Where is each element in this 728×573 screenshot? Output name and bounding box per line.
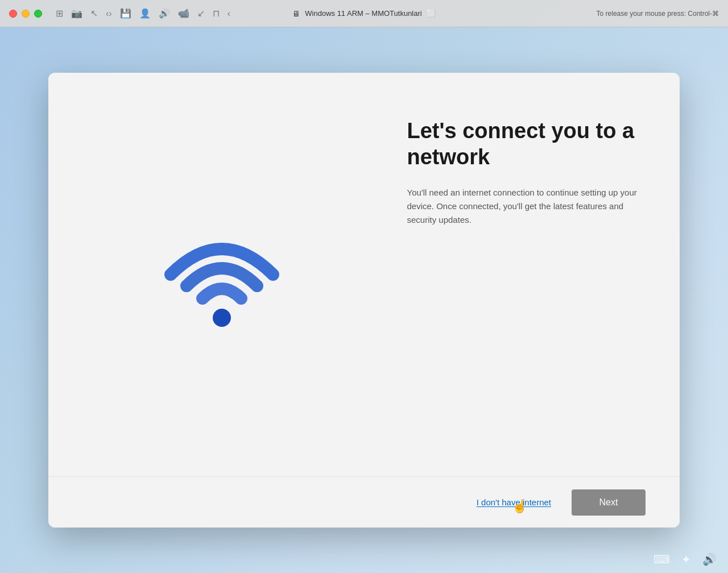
setup-window: Let's connect you to a network You'll ne… [48, 73, 680, 528]
vm-icon: 🖥 [292, 9, 300, 18]
setup-right-panel: Let's connect you to a network You'll ne… [396, 73, 680, 476]
screen-icon[interactable]: ↙ [197, 8, 205, 19]
wifi-illustration [159, 212, 284, 337]
setup-main: Let's connect you to a network You'll ne… [48, 73, 680, 476]
pointer-icon[interactable]: ↖ [90, 8, 98, 19]
mac-bottom-bar: ⌨ ✦ 🔊 [637, 546, 728, 573]
keyboard-icon[interactable]: ⌨ [653, 553, 670, 566]
toolbar-icons: ⊞ 📷 ↖ ‹› 💾 👤 🔊 📹 ↙ ⊓ ‹ [56, 8, 230, 19]
camera-icon[interactable]: 📹 [178, 8, 189, 19]
next-button[interactable]: Next [572, 489, 646, 516]
back-icon[interactable]: ‹ [228, 9, 230, 19]
maximize-button[interactable] [34, 10, 42, 18]
usb-icon[interactable]: ⊓ [213, 8, 220, 19]
no-internet-button[interactable]: I don't have internet [468, 492, 560, 513]
bookmark-icon[interactable]: ✦ [681, 553, 691, 566]
volume-bottom-icon[interactable]: 🔊 [702, 553, 717, 566]
audio-icon[interactable]: 🔊 [159, 8, 170, 19]
content-area: Let's connect you to a network You'll ne… [0, 27, 728, 573]
person-icon[interactable]: 👤 [139, 8, 151, 19]
code-icon[interactable]: ‹› [106, 9, 112, 19]
page-title: Let's connect you to a network [407, 118, 646, 170]
svg-point-0 [213, 309, 231, 327]
close-button[interactable] [9, 10, 17, 18]
setup-footer: I don't have internet Next [48, 476, 680, 528]
window-title: Windows 11 ARM – MMOTutkunlari [305, 9, 421, 18]
titlebar-hint: To release your mouse press: Control-⌘ [597, 10, 719, 18]
minimize-button[interactable] [22, 10, 30, 18]
titlebar-center: 🖥 Windows 11 ARM – MMOTutkunlari ⬜ [292, 9, 435, 18]
snapshot-icon[interactable]: 📷 [71, 8, 82, 19]
disk-icon[interactable]: 💾 [120, 8, 131, 19]
sidebar-toggle-icon[interactable]: ⊞ [56, 8, 63, 19]
setup-left-panel [48, 73, 396, 476]
page-description: You'll need an internet connection to co… [407, 186, 646, 227]
titlebar: ⊞ 📷 ↖ ‹› 💾 👤 🔊 📹 ↙ ⊓ ‹ 🖥 Windows 11 ARM … [0, 0, 728, 27]
screen-mode-icon: ⬜ [427, 9, 436, 18]
traffic-lights [9, 10, 42, 18]
